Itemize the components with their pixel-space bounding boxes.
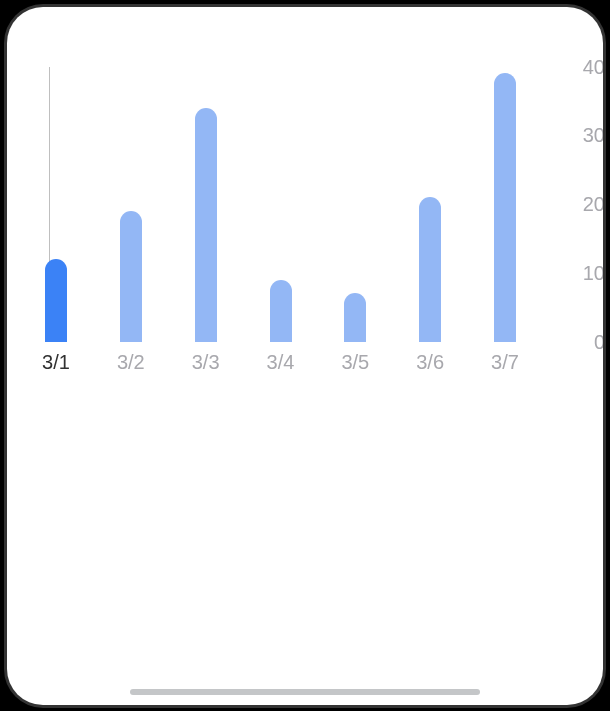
bar-3-4[interactable]	[270, 280, 292, 342]
y-tick: 0	[573, 330, 603, 353]
device-frame: 010203040 3/13/23/33/43/53/63/7	[7, 7, 603, 705]
home-indicator	[130, 689, 480, 695]
bar-3-7[interactable]	[494, 73, 516, 341]
bar-3-2[interactable]	[120, 211, 142, 342]
x-label[interactable]: 3/1	[42, 351, 70, 374]
plot-area	[49, 67, 529, 342]
x-label[interactable]: 3/7	[491, 351, 519, 374]
y-tick: 20	[573, 193, 603, 216]
y-tick: 30	[573, 124, 603, 147]
x-label[interactable]: 3/2	[117, 351, 145, 374]
x-label[interactable]: 3/5	[341, 351, 369, 374]
x-label[interactable]: 3/6	[416, 351, 444, 374]
bar-3-3[interactable]	[195, 108, 217, 342]
bar-3-1[interactable]	[45, 259, 67, 342]
bar-3-5[interactable]	[344, 293, 366, 341]
y-axis-ticks: 010203040	[573, 67, 603, 342]
bar-3-6[interactable]	[419, 197, 441, 341]
x-label[interactable]: 3/4	[267, 351, 295, 374]
y-tick: 10	[573, 261, 603, 284]
x-label[interactable]: 3/3	[192, 351, 220, 374]
y-tick: 40	[573, 55, 603, 78]
bar-chart: 010203040 3/13/23/33/43/53/63/7	[49, 67, 569, 367]
x-axis-labels: 3/13/23/33/43/53/63/7	[49, 351, 529, 375]
